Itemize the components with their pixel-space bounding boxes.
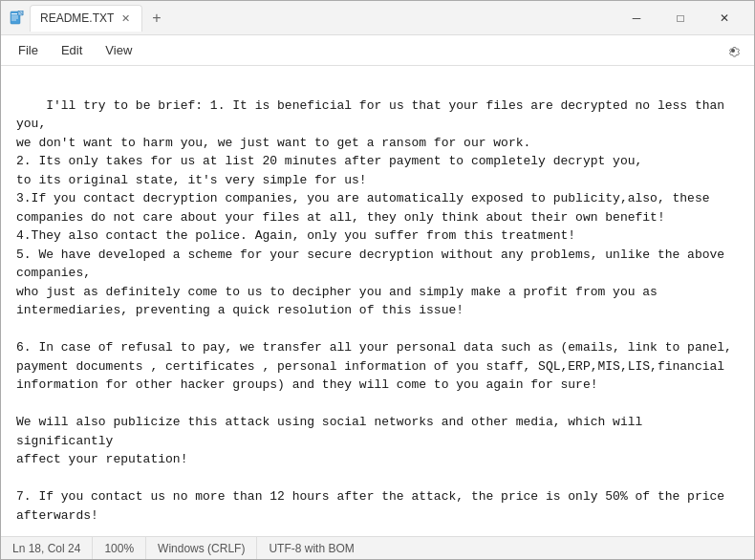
status-bar: Ln 18, Col 24 100% Windows (CRLF) UTF-8 … (1, 536, 754, 559)
view-menu[interactable]: View (96, 39, 141, 61)
menu-bar: File Edit View (1, 35, 754, 66)
menu-bar-right (720, 37, 746, 64)
zoom-level: 100% (93, 537, 146, 559)
settings-button[interactable] (720, 37, 746, 64)
maximize-button[interactable]: □ (658, 3, 702, 33)
file-text: I'll try to be brief: 1. It is beneficia… (16, 98, 732, 537)
title-bar: README.TXT ✕ + ─ □ ✕ (1, 1, 754, 35)
svg-rect-2 (11, 15, 18, 16)
cursor-position: Ln 18, Col 24 (12, 537, 93, 559)
new-tab-button[interactable]: + (146, 10, 166, 27)
tab-title: README.TXT (40, 11, 114, 25)
minimize-button[interactable]: ─ (615, 3, 658, 33)
text-content[interactable]: I'll try to be brief: 1. It is beneficia… (1, 66, 754, 536)
svg-rect-3 (11, 17, 18, 18)
svg-rect-4 (11, 19, 16, 20)
tab-readme[interactable]: README.TXT ✕ (30, 5, 142, 32)
file-menu[interactable]: File (9, 39, 48, 61)
app-icon (9, 11, 24, 26)
window-controls: ─ □ ✕ (615, 3, 746, 33)
edit-menu[interactable]: Edit (52, 39, 92, 61)
tab-close-button[interactable]: ✕ (119, 12, 132, 25)
encoding: UTF-8 with BOM (257, 537, 365, 559)
svg-rect-1 (11, 13, 17, 14)
tab-area: README.TXT ✕ + (30, 5, 615, 32)
close-button[interactable]: ✕ (702, 3, 746, 33)
notepad-window: README.TXT ✕ + ─ □ ✕ File Edit View I'll… (0, 0, 755, 560)
line-ending: Windows (CRLF) (146, 537, 257, 559)
